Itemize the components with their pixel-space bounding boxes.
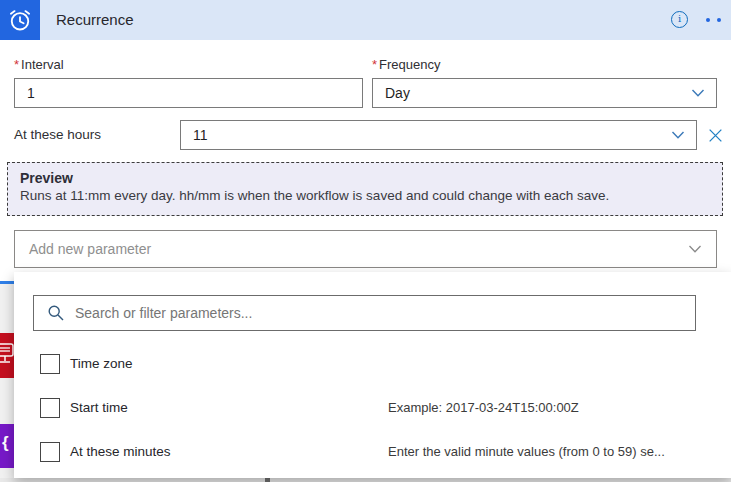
recurrence-clock-icon	[0, 0, 40, 40]
option-label: Time zone	[70, 356, 133, 371]
interval-input[interactable]	[15, 79, 362, 107]
parameter-callout-panel: Time zone Start time Example: 2017-03-24…	[14, 272, 731, 478]
option-description: Enter the valid minute values (from 0 to…	[388, 444, 665, 459]
chevron-down-icon	[670, 127, 686, 143]
option-description: Example: 2017-03-24T15:00:00Z	[388, 400, 579, 415]
add-parameter-placeholder: Add new parameter	[15, 241, 687, 257]
start-time-checkbox[interactable]	[40, 398, 60, 418]
frequency-dropdown[interactable]: Day	[372, 78, 717, 108]
option-label: At these minutes	[70, 444, 171, 459]
time-zone-checkbox[interactable]	[40, 354, 60, 374]
parameter-option-at-these-minutes[interactable]: At these minutes Enter the valid minute …	[14, 440, 731, 480]
at-these-hours-value: 11	[181, 127, 670, 143]
clear-parameter-button[interactable]	[702, 122, 728, 148]
option-label: Start time	[70, 400, 128, 415]
interval-label: *Interval	[14, 57, 64, 72]
preview-box: Preview Runs at 11:mm every day. hh/mm i…	[7, 162, 723, 216]
at-these-hours-label: At these hours	[14, 120, 101, 150]
background-action-icon-braces: {	[0, 424, 14, 468]
card-header[interactable]: Recurrence i	[0, 0, 731, 40]
search-icon	[47, 304, 65, 322]
brace-glyph: {	[2, 433, 9, 453]
required-asterisk: *	[372, 57, 377, 72]
required-asterisk: *	[14, 57, 19, 72]
preview-title: Preview	[20, 170, 710, 186]
at-these-hours-combobox[interactable]: 11	[180, 120, 697, 150]
recurrence-trigger-card: { Recurrence i *Interval *Frequency	[0, 0, 731, 482]
frequency-value: Day	[373, 85, 690, 101]
chevron-down-icon	[687, 241, 703, 257]
ellipsis-menu-icon[interactable]	[706, 18, 721, 22]
interval-input-box	[14, 78, 363, 108]
page-title: Recurrence	[56, 0, 134, 40]
at-these-minutes-checkbox[interactable]	[40, 442, 60, 462]
info-icon[interactable]: i	[671, 11, 688, 28]
add-new-parameter-dropdown[interactable]: Add new parameter	[14, 230, 717, 268]
preview-text: Runs at 11:mm every day. hh/mm is when t…	[20, 188, 710, 203]
parameter-option-start-time[interactable]: Start time Example: 2017-03-24T15:00:00Z	[14, 396, 731, 436]
background-action-icon-red	[0, 333, 14, 378]
parameter-option-time-zone[interactable]: Time zone	[14, 352, 731, 392]
search-input[interactable]	[75, 296, 695, 330]
search-box	[33, 295, 696, 331]
frequency-label: *Frequency	[372, 57, 440, 72]
chevron-down-icon	[690, 85, 706, 101]
